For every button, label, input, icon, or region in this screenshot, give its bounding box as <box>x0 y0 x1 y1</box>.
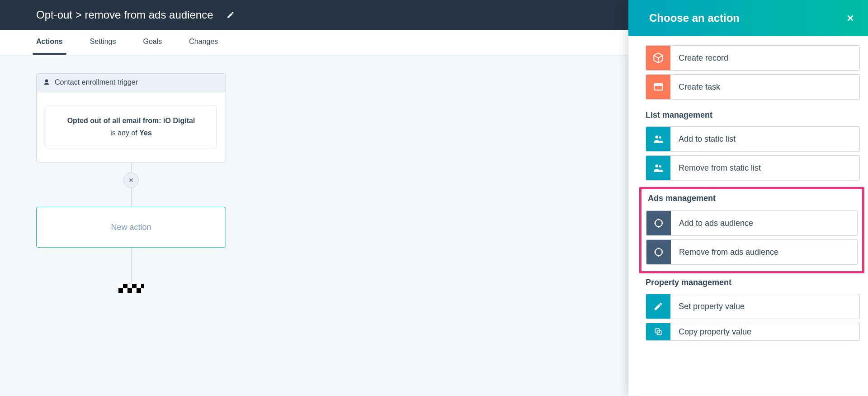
criteria-line2-prefix: is any of <box>110 129 139 137</box>
close-icon <box>845 13 855 23</box>
edit-icon <box>646 294 670 319</box>
svg-rect-1 <box>654 84 662 86</box>
action-remove-static-list[interactable]: Remove from static list <box>646 155 860 181</box>
action-set-property[interactable]: Set property value <box>646 294 860 319</box>
action-copy-property[interactable]: Copy property value <box>646 323 860 341</box>
panel-header: Choose an action <box>628 0 868 36</box>
window-icon <box>646 75 670 99</box>
connector-1 <box>36 162 226 207</box>
edit-title-button[interactable] <box>226 10 235 19</box>
action-panel: Choose an action Create record Create ta… <box>628 0 868 396</box>
remove-step-button[interactable] <box>123 172 139 188</box>
action-label: Remove from static list <box>670 163 761 173</box>
target-icon <box>646 240 671 264</box>
action-add-ads-audience[interactable]: Add to ads audience <box>646 210 858 236</box>
svg-point-4 <box>656 164 659 167</box>
action-add-static-list[interactable]: Add to static list <box>646 126 860 152</box>
action-label: Remove from ads audience <box>671 248 778 257</box>
section-property-management: Property management <box>646 278 860 287</box>
tab-goals[interactable]: Goals <box>143 38 162 48</box>
tab-actions[interactable]: Actions <box>36 38 63 48</box>
svg-point-7 <box>655 248 662 256</box>
trigger-header-label: Contact enrollment trigger <box>55 78 138 86</box>
section-ads-management: Ads management <box>648 194 858 203</box>
enrollment-trigger-card[interactable]: Contact enrollment trigger Opted out of … <box>36 73 226 162</box>
tab-changes[interactable]: Changes <box>189 38 218 48</box>
svg-point-2 <box>656 135 659 138</box>
action-label: Add to ads audience <box>671 219 753 228</box>
contact-icon <box>43 79 50 86</box>
panel-body[interactable]: Create record Create task List managemen… <box>628 36 868 396</box>
criteria-line2-value: Yes <box>139 129 152 137</box>
svg-point-6 <box>655 219 662 227</box>
action-remove-ads-audience[interactable]: Remove from ads audience <box>646 239 858 265</box>
ads-management-highlight: Ads management Add to ads audience Remov… <box>639 187 864 273</box>
action-create-task[interactable]: Create task <box>646 74 860 100</box>
new-action-placeholder[interactable]: New action <box>36 207 226 248</box>
target-icon <box>646 211 671 235</box>
action-create-record[interactable]: Create record <box>646 45 860 71</box>
action-label: Set property value <box>670 302 745 311</box>
close-icon <box>128 177 134 183</box>
action-label: Create record <box>670 53 728 63</box>
tab-settings[interactable]: Settings <box>90 38 116 48</box>
panel-title: Choose an action <box>649 12 740 24</box>
action-label: Create task <box>670 82 720 92</box>
workflow-title: Opt-out > remove from ads audience <box>36 9 213 21</box>
panel-close-button[interactable] <box>845 13 855 23</box>
svg-point-3 <box>659 136 661 138</box>
cube-icon <box>646 46 670 70</box>
trigger-header: Contact enrollment trigger <box>37 74 226 91</box>
finish-flag-icon <box>118 284 144 293</box>
trigger-criteria[interactable]: Opted out of all email from: iO Digital … <box>46 105 217 148</box>
pencil-icon <box>226 11 235 19</box>
people-icon <box>646 127 670 151</box>
connector-2 <box>36 248 226 293</box>
copy-icon <box>646 323 670 341</box>
action-label: Copy property value <box>670 327 751 337</box>
trigger-body: Opted out of all email from: iO Digital … <box>37 91 226 162</box>
people-icon <box>646 156 670 180</box>
new-action-label: New action <box>111 223 151 232</box>
action-label: Add to static list <box>670 134 736 144</box>
criteria-line1: Opted out of all email from: iO Digital <box>67 117 195 124</box>
section-list-management: List management <box>646 110 860 120</box>
svg-point-5 <box>659 165 661 167</box>
